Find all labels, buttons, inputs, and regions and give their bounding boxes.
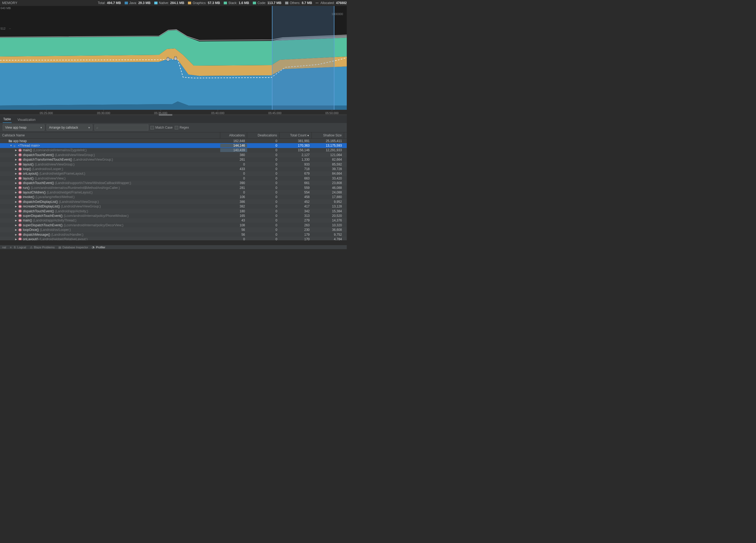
swatch-code-icon — [253, 2, 256, 4]
cell-total: 170,363 — [279, 144, 312, 148]
bottom-tab-logcat[interactable]: ≡6: Logcat — [10, 246, 26, 249]
cell-dealloc: 0 — [247, 144, 279, 148]
bottom-tab-blaze[interactable]: ⚠Blaze Problems — [30, 246, 55, 249]
gc-event-icon — [166, 57, 170, 61]
timeline-scrollbar-thumb[interactable] — [159, 114, 172, 116]
expand-icon[interactable]: ▶ — [15, 224, 17, 227]
cell-alloc: 0 — [220, 191, 247, 194]
cell-shallow: 46,088 — [312, 186, 344, 190]
bottom-tab-profiler[interactable]: ◔Profiler — [92, 246, 105, 249]
regex-checkbox[interactable]: Regex — [175, 126, 189, 130]
col-name[interactable]: Callstack Name — [0, 132, 220, 138]
table-header: Callstack Name Allocations Deallocations… — [0, 132, 347, 139]
expand-icon[interactable]: ▶ — [15, 238, 17, 240]
table-row[interactable]: ▶monLayout() (Landroid/widget/FrameLayou… — [0, 172, 347, 176]
col-allocations[interactable]: Allocations — [220, 132, 247, 138]
col-total-count[interactable]: Total Count▼ — [279, 132, 312, 138]
table-row[interactable]: ▶mdispatchTransformedTouchEvent() (Landr… — [0, 158, 347, 162]
expand-icon[interactable]: ▶ — [15, 187, 17, 189]
warning-icon: ⚠ — [30, 246, 33, 249]
table-row[interactable]: ▶mlayout() (Landroid/view/View;)0066333,… — [0, 176, 347, 181]
table-row[interactable]: ▶mmain() (Lcom/android/internal/os/Zygot… — [0, 148, 347, 153]
table-row[interactable]: ▶mmain() (Landroid/app/ActivityThread;)4… — [0, 218, 347, 223]
table-row[interactable]: ▶mloopOnce() (Landroid/os/Looper;)560230… — [0, 228, 347, 232]
search-input[interactable]: ⌕ — [95, 125, 148, 131]
cell-alloc: 0 — [220, 237, 247, 240]
expand-icon[interactable]: ▶ — [15, 154, 17, 156]
arrange-combo[interactable]: Arrange by callstack▼ — [47, 125, 92, 131]
method-icon: m — [18, 177, 22, 180]
row-class-path: (Lcom/android/internal/os/ZygoteInit;) — [33, 148, 87, 152]
timeline-scrollbar[interactable] — [0, 114, 347, 116]
expand-icon[interactable]: ▶ — [15, 215, 17, 217]
result-tabs: Table Visualization — [0, 116, 347, 123]
cell-shallow: 9,752 — [312, 233, 344, 237]
match-case-checkbox[interactable]: Match Case — [151, 126, 173, 130]
cell-total: 1,330 — [279, 158, 312, 162]
expand-icon[interactable]: ▶ — [15, 177, 17, 180]
method-icon: m — [18, 237, 22, 240]
expand-icon[interactable]: ▶ — [15, 233, 17, 236]
expand-icon[interactable]: ▶ — [15, 191, 17, 194]
row-class-path: (Landroid/widget/RelativeLayout;) — [39, 237, 87, 240]
table-row[interactable]: ▶msuperDispatchTouchEvent() (Lcom/androi… — [0, 223, 347, 228]
expand-icon[interactable]: ▶ — [15, 163, 17, 166]
table-row[interactable]: ▶mdispatchTouchEvent() (Landroid/view/Vi… — [0, 153, 347, 157]
table-body[interactable]: app heap162,8480381,99125,165,411▼≡<Thre… — [0, 139, 347, 240]
expand-icon[interactable]: ▶ — [15, 149, 17, 152]
legend-java: Java: 29.3 MB — [125, 1, 151, 5]
bottom-tab-database[interactable]: ▤Database Inspector — [58, 246, 88, 249]
collapse-icon[interactable]: ▼ — [10, 144, 12, 147]
expand-icon[interactable]: ▶ — [15, 201, 17, 203]
expand-icon[interactable]: ▶ — [15, 158, 17, 161]
table-row[interactable]: ▶mdispatchTouchEvent() (Landroid/support… — [0, 181, 347, 186]
chart-plot[interactable]: 1000000 640 MB 512 384 256 128 — [0, 6, 347, 110]
col-deallocations[interactable]: Deallocations — [247, 132, 279, 138]
legend-code: Code: 113.7 MB — [253, 1, 281, 5]
table-row[interactable]: app heap162,8480381,99125,165,411 — [0, 139, 347, 143]
sort-desc-icon: ▼ — [307, 134, 309, 137]
row-name: app heap — [13, 139, 27, 143]
table-row[interactable]: ▶mloop() (Landroid/os/Looper;)433071839,… — [0, 167, 347, 171]
row-class-path: (Landroid/os/Looper;) — [32, 167, 63, 171]
cell-dealloc: 0 — [247, 205, 279, 208]
tab-visualization[interactable]: Visualization — [17, 116, 36, 123]
cell-dealloc: 0 — [247, 233, 279, 237]
expand-icon[interactable]: ▶ — [15, 172, 17, 175]
table-row[interactable]: ▶mdispatchMessage() (Landroid/os/Handler… — [0, 232, 347, 237]
cell-alloc: 56 — [220, 233, 247, 237]
time-selection[interactable] — [272, 6, 334, 110]
table-row[interactable]: ▶mdispatchGetDisplayList() (Landroid/vie… — [0, 200, 347, 204]
expand-icon[interactable]: ▶ — [15, 229, 17, 231]
col-shallow-size[interactable]: Shallow Size — [312, 132, 344, 138]
expand-icon[interactable]: ▶ — [15, 219, 17, 222]
expand-icon[interactable]: ▶ — [15, 196, 17, 198]
table-row[interactable]: ▶monLayout() (Landroid/widget/RelativeLa… — [0, 237, 347, 240]
table-row[interactable]: ▶minvoke() (Ljava/lang/reflect/Method;)1… — [0, 195, 347, 200]
table-row[interactable]: ▶mdispatchTouchEvent() (Landroid/app/Act… — [0, 209, 347, 214]
row-class-path: (Lcom/android/internal/os/RuntimeInit$Me… — [31, 186, 120, 190]
table-row[interactable]: ▶mrecreateChildDisplayList() (Landroid/v… — [0, 204, 347, 209]
table-row[interactable]: ▶mlayout() (Landroid/view/ViewGroup;)009… — [0, 162, 347, 167]
method-icon: m — [18, 223, 22, 227]
row-name: superDispatchTouchEvent() — [23, 214, 62, 218]
method-icon: m — [18, 205, 22, 208]
cell-dealloc: 0 — [247, 177, 279, 180]
expand-icon[interactable]: ▶ — [15, 210, 17, 213]
bottom-tab-terminal[interactable]: nal — [2, 246, 6, 249]
table-row[interactable]: ▶msuperDispatchTouchEvent() (Lcom/androi… — [0, 214, 347, 218]
heap-combo[interactable]: View app heap▼ — [3, 125, 44, 131]
table-row[interactable]: ▶mrun() (Lcom/android/internal/os/Runtim… — [0, 186, 347, 190]
expand-icon[interactable]: ▶ — [15, 182, 17, 184]
row-name: dispatchMessage() — [23, 233, 50, 237]
search-field[interactable] — [98, 126, 146, 130]
tab-table[interactable]: Table — [3, 116, 12, 123]
row-name: layout() — [23, 177, 34, 180]
cell-shallow: 25,165,411 — [312, 139, 344, 143]
table-row[interactable]: ▶mlayoutChildren() (Landroid/widget/Fram… — [0, 190, 347, 195]
swatch-graphics-icon — [188, 2, 191, 4]
expand-icon[interactable]: ▶ — [15, 168, 17, 170]
expand-icon[interactable]: ▶ — [15, 205, 17, 208]
cell-shallow: 33,420 — [312, 177, 344, 180]
table-row[interactable]: ▼≡<Thread main>144,1460170,36313,175,593 — [0, 143, 347, 148]
